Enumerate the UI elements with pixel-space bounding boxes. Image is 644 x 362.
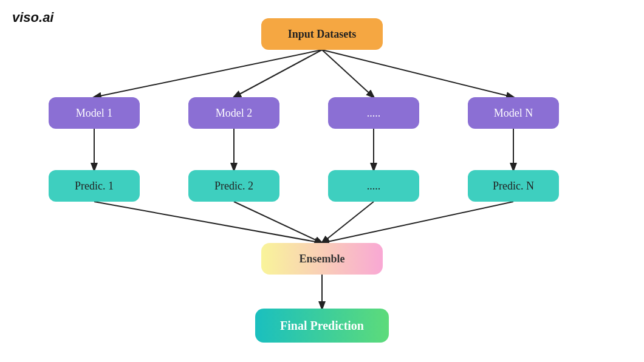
- model-ellipsis-node: .....: [328, 97, 419, 129]
- ensemble-node: Ensemble: [261, 243, 383, 275]
- prediction-n-node: Predic. N: [468, 170, 559, 202]
- svg-line-1: [234, 50, 322, 97]
- input-datasets-node: Input Datasets: [261, 18, 383, 50]
- prediction-2-node: Predic. 2: [188, 170, 279, 202]
- model-1-node: Model 1: [49, 97, 140, 129]
- prediction-ellipsis-node: .....: [328, 170, 419, 202]
- svg-line-10: [322, 202, 374, 243]
- svg-line-11: [322, 202, 513, 243]
- svg-line-9: [234, 202, 322, 243]
- prediction-1-node: Predic. 1: [49, 170, 140, 202]
- svg-line-3: [322, 50, 513, 97]
- model-2-node: Model 2: [188, 97, 279, 129]
- model-n-node: Model N: [468, 97, 559, 129]
- svg-line-8: [94, 202, 322, 243]
- svg-line-0: [94, 50, 322, 97]
- logo: viso.ai: [12, 10, 53, 26]
- final-prediction-node: Final Prediction: [255, 309, 389, 343]
- svg-line-2: [322, 50, 374, 97]
